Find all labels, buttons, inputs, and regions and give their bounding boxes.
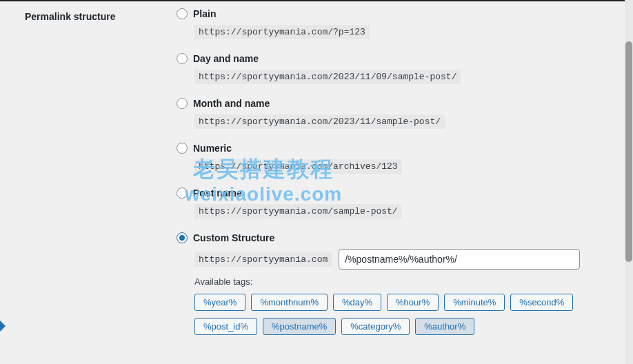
- tag-button-author[interactable]: %author%: [415, 318, 474, 335]
- example-numeric: https://sportyymania.com/archives/123: [194, 159, 402, 174]
- section-title: Permalink structure: [25, 11, 116, 22]
- tag-button-minute[interactable]: %minute%: [444, 294, 505, 311]
- label-day-name[interactable]: Day and name: [193, 53, 259, 64]
- example-day-name: https://sportyymania.com/2023/11/09/samp…: [194, 70, 461, 84]
- radio-plain[interactable]: [177, 8, 188, 19]
- label-numeric[interactable]: Numeric: [193, 143, 232, 154]
- custom-base-url: https://sportyymania.com: [194, 252, 332, 267]
- radio-day-name[interactable]: [177, 53, 188, 64]
- radio-numeric[interactable]: [177, 143, 188, 154]
- tag-button-day[interactable]: %day%: [333, 294, 381, 311]
- tag-button-post_id[interactable]: %post_id%: [194, 318, 257, 335]
- tag-button-second[interactable]: %second%: [510, 294, 573, 311]
- example-plain: https://sportyymania.com/?p=123: [194, 25, 370, 39]
- radio-month-name[interactable]: [177, 98, 188, 109]
- tag-button-hour[interactable]: %hour%: [387, 294, 439, 311]
- scrollbar-track[interactable]: [625, 0, 633, 364]
- sidebar-collapse-flap[interactable]: [0, 321, 6, 332]
- radio-custom-structure[interactable]: [177, 232, 188, 243]
- tags-row-2: %post_id%%postname%%category%%author%: [194, 318, 581, 335]
- label-custom-structure[interactable]: Custom Structure: [193, 232, 274, 243]
- label-month-name[interactable]: Month and name: [193, 98, 270, 109]
- radio-post-name[interactable]: [177, 188, 188, 199]
- tag-button-category[interactable]: %category%: [341, 318, 410, 335]
- tags-row-1: %year%%monthnum%%day%%hour%%minute%%seco…: [194, 294, 581, 311]
- label-post-name[interactable]: Post name: [193, 188, 242, 199]
- tag-button-year[interactable]: %year%: [194, 294, 245, 311]
- custom-structure-input[interactable]: [339, 249, 580, 270]
- tag-button-monthnum[interactable]: %monthnum%: [251, 294, 328, 311]
- label-plain[interactable]: Plain: [193, 8, 216, 19]
- available-tags-label: Available tags:: [194, 276, 615, 287]
- scrollbar-thumb[interactable]: [625, 41, 632, 262]
- example-month-name: https://sportyymania.com/2023/11/sample-…: [194, 114, 445, 129]
- example-post-name: https://sportyymania.com/sample-post/: [194, 204, 402, 219]
- permalink-options: Plain https://sportyymania.com/?p=123 Da…: [177, 8, 615, 342]
- permalink-settings-panel: Permalink structure Plain https://sporty…: [12, 1, 627, 364]
- tag-button-postname[interactable]: %postname%: [263, 318, 336, 335]
